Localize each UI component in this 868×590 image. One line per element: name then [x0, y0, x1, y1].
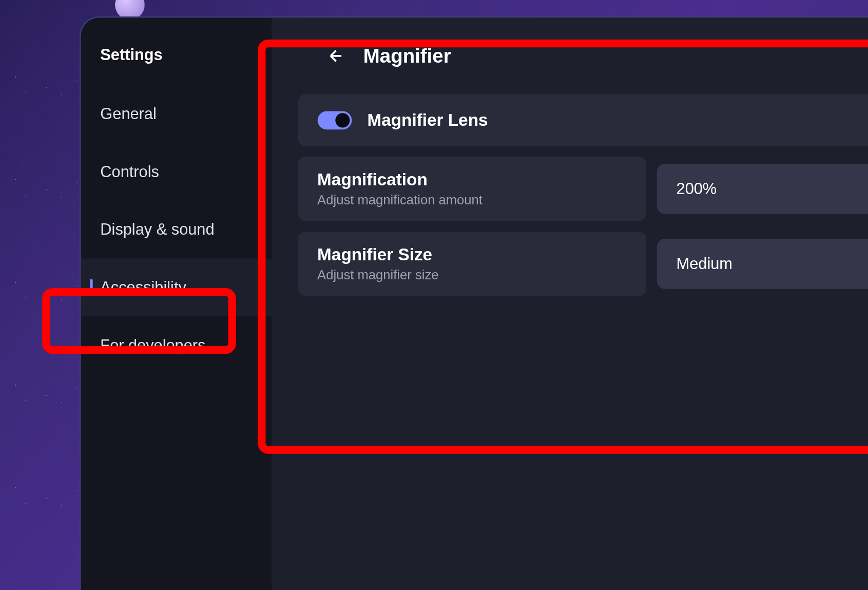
page-header: Magnifier	[298, 44, 868, 68]
sidebar-item-general[interactable]: General	[81, 85, 272, 143]
magnifier-lens-row: Magnifier Lens	[298, 94, 868, 146]
magnification-row: Magnification Adjust magnification amoun…	[298, 157, 868, 221]
sidebar-item-for-developers[interactable]: For developers	[81, 316, 272, 374]
magnifier-size-info: Magnifier Size Adjust magnifier size	[298, 232, 646, 296]
arrow-left-icon	[326, 47, 345, 65]
sidebar-item-controls[interactable]: Controls	[81, 143, 272, 201]
magnifier-lens-label: Magnifier Lens	[367, 110, 488, 130]
sidebar-title: Settings	[81, 30, 272, 85]
magnifier-size-dropdown[interactable]: Medium	[657, 239, 868, 289]
sidebar-item-display-sound[interactable]: Display & sound	[81, 201, 272, 259]
sidebar-item-accessibility[interactable]: Accessibility	[81, 258, 272, 316]
magnification-value: 200%	[677, 180, 717, 198]
settings-sidebar: Settings General Controls Display & soun…	[81, 18, 272, 590]
magnification-title: Magnification	[317, 170, 626, 191]
settings-content: Magnifier Magnifier Lens Magnification A…	[271, 18, 868, 590]
magnifier-size-subtitle: Adjust magnifier size	[317, 268, 626, 282]
magnification-subtitle: Adjust magnification amount	[317, 193, 626, 207]
settings-window: Settings General Controls Display & soun…	[79, 16, 868, 590]
magnifier-size-row: Magnifier Size Adjust magnifier size Med…	[298, 232, 868, 296]
page-title: Magnifier	[363, 45, 451, 67]
magnifier-lens-toggle[interactable]	[317, 111, 352, 129]
magnification-dropdown[interactable]: 200%	[657, 164, 868, 214]
magnifier-size-title: Magnifier Size	[317, 245, 626, 265]
magnification-info: Magnification Adjust magnification amoun…	[298, 157, 646, 221]
back-button[interactable]	[324, 44, 348, 68]
magnifier-size-value: Medium	[677, 255, 732, 273]
